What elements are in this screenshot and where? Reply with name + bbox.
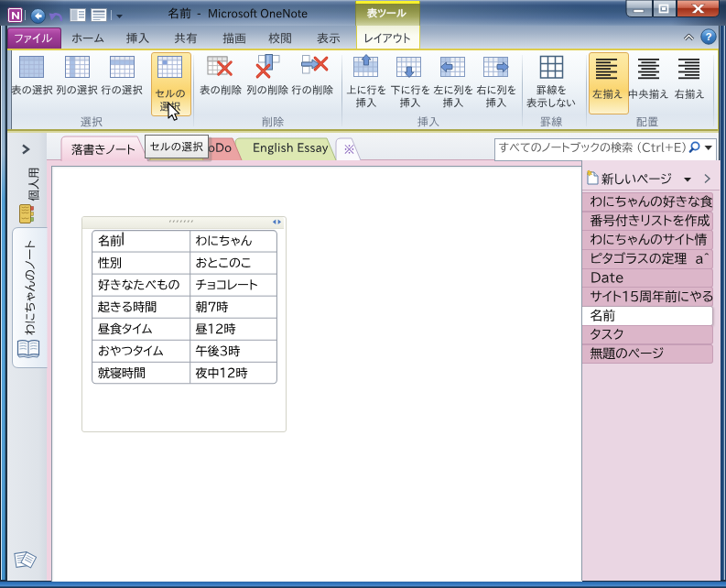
svg-text:?: ?: [705, 31, 711, 42]
